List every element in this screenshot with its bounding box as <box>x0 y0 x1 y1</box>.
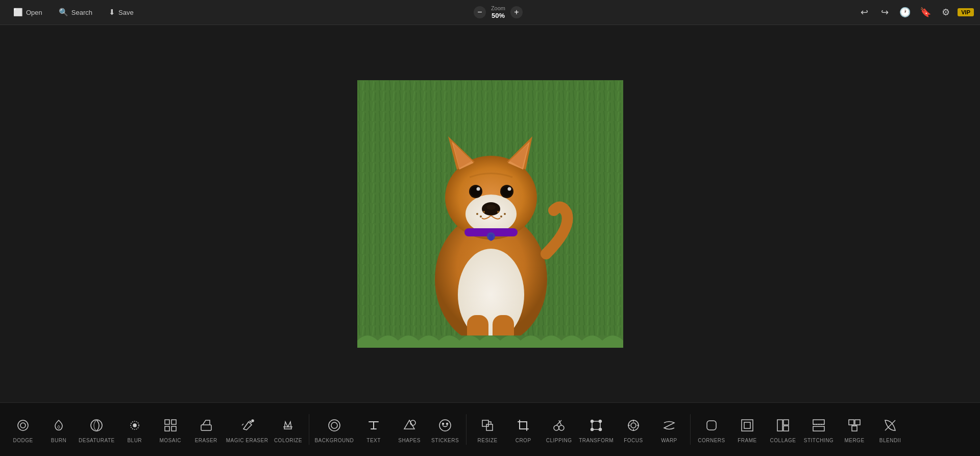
svg-rect-57 <box>486 424 493 430</box>
tool-corners[interactable]: CORNERS <box>694 406 729 452</box>
tool-frame[interactable]: FRAME <box>729 406 765 452</box>
tool-clipping[interactable]: CLIPPING <box>541 406 577 452</box>
bookmark-button[interactable]: 🔖 <box>917 4 934 21</box>
svg-point-26 <box>480 215 482 218</box>
svg-rect-45 <box>165 426 169 431</box>
background-label: BACKGROUND <box>314 438 354 443</box>
corners-label: CORNERS <box>698 438 725 443</box>
tool-eraser[interactable]: ERASER <box>188 406 224 452</box>
svg-point-28 <box>504 213 506 215</box>
blur-label: BLUR <box>127 438 142 443</box>
focus-icon <box>624 416 643 435</box>
tool-background[interactable]: BACKGROUND <box>312 406 356 452</box>
tool-warp[interactable]: WARP <box>651 406 687 452</box>
zoom-in-button[interactable]: + <box>510 6 523 18</box>
svg-rect-75 <box>777 420 782 431</box>
svg-point-25 <box>476 213 478 215</box>
tool-collage[interactable]: COLLAGE <box>765 406 801 452</box>
svg-rect-61 <box>592 421 600 429</box>
eraser-label: ERASER <box>195 438 217 443</box>
dodge-icon <box>14 416 32 435</box>
tool-focus[interactable]: FOCUS <box>616 406 651 452</box>
settings-button[interactable]: ⚙ <box>937 4 954 21</box>
redo-button[interactable]: ↪ <box>876 4 893 21</box>
merge-label: MERGE <box>844 438 864 443</box>
shapes-icon <box>400 416 419 435</box>
svg-point-64 <box>591 428 594 430</box>
tool-desaturate[interactable]: DESATURATE <box>77 406 117 452</box>
svg-rect-74 <box>744 422 750 428</box>
history-button[interactable]: 🕐 <box>896 4 914 21</box>
svg-point-24 <box>486 205 496 210</box>
svg-point-27 <box>483 211 485 213</box>
svg-point-65 <box>599 428 602 430</box>
crop-label: CROP <box>516 438 531 443</box>
svg-point-53 <box>439 420 451 431</box>
tool-dodge[interactable]: DODGE <box>5 406 41 452</box>
corners-icon <box>702 416 721 435</box>
tool-shapes[interactable]: SHAPES <box>391 406 427 452</box>
svg-point-29 <box>500 215 502 218</box>
tool-crop[interactable]: CROP <box>505 406 541 452</box>
frame-icon <box>738 416 756 435</box>
warp-label: WARP <box>661 438 677 443</box>
svg-point-21 <box>476 187 480 190</box>
zoom-title: Zoom <box>491 5 505 12</box>
shapes-label: SHAPES <box>398 438 421 443</box>
svg-point-22 <box>507 187 511 190</box>
tool-burn[interactable]: BURN <box>41 406 77 452</box>
zoom-value: 50% <box>492 12 505 20</box>
tool-transform[interactable]: TRANSFORM <box>577 406 616 452</box>
transform-label: TRANSFORM <box>579 438 614 443</box>
svg-point-30 <box>497 211 499 213</box>
tool-mosaic[interactable]: MOSAIC <box>153 406 188 452</box>
resize-icon <box>478 416 497 435</box>
desaturate-icon <box>87 416 106 435</box>
svg-rect-83 <box>852 426 857 431</box>
tool-magic-eraser[interactable]: MAGIC ERASER <box>224 406 271 452</box>
tool-merge[interactable]: MERGE <box>837 406 872 452</box>
tool-blendii[interactable]: BLENDII <box>872 406 908 452</box>
divider-2 <box>466 414 467 445</box>
tool-blur[interactable]: BLUR <box>117 406 153 452</box>
colorize-label: COLORIZE <box>274 438 302 443</box>
svg-rect-76 <box>783 420 789 425</box>
svg-rect-58 <box>520 422 527 429</box>
svg-rect-47 <box>201 425 211 430</box>
save-button[interactable]: ⬇ Save <box>102 5 141 20</box>
blendii-icon <box>881 416 899 435</box>
open-button[interactable]: ⬜ Open <box>6 5 50 20</box>
undo-button[interactable]: ↩ <box>855 4 873 21</box>
tool-colorize[interactable]: COLORIZE <box>270 406 306 452</box>
search-label: Search <box>71 9 92 16</box>
svg-point-59 <box>554 425 559 430</box>
vip-badge[interactable]: VIP <box>958 8 974 16</box>
svg-point-60 <box>559 425 564 430</box>
svg-point-55 <box>447 423 448 424</box>
dog-svg <box>357 80 623 348</box>
crop-icon <box>514 416 532 435</box>
open-icon: ⬜ <box>13 8 23 17</box>
svg-rect-43 <box>165 420 169 424</box>
stickers-label: STICKERS <box>431 438 459 443</box>
stitching-icon <box>810 416 828 435</box>
svg-rect-79 <box>813 426 824 431</box>
tool-resize[interactable]: RESIZE <box>470 406 505 452</box>
clipping-label: CLIPPING <box>546 438 572 443</box>
search-button[interactable]: 🔍 Search <box>52 5 100 20</box>
bottom-toolbar: DODGE BURN DESATURATE BLUR MOSAIC ERASER <box>0 402 980 456</box>
svg-point-38 <box>18 420 28 430</box>
tool-text[interactable]: TEXT <box>356 406 391 452</box>
stickers-icon <box>436 416 454 435</box>
desaturate-label: DESATURATE <box>79 438 115 443</box>
svg-point-67 <box>631 423 636 428</box>
magic-eraser-icon <box>238 416 256 435</box>
zoom-out-button[interactable]: − <box>474 6 486 18</box>
tool-stitching[interactable]: STITCHING <box>801 406 837 452</box>
magic-eraser-label: MAGIC ERASER <box>226 438 268 443</box>
svg-point-39 <box>20 423 26 428</box>
tool-stickers[interactable]: STICKERS <box>427 406 463 452</box>
divider-3 <box>690 414 691 445</box>
colorize-icon <box>279 416 297 435</box>
eraser-icon <box>197 416 215 435</box>
